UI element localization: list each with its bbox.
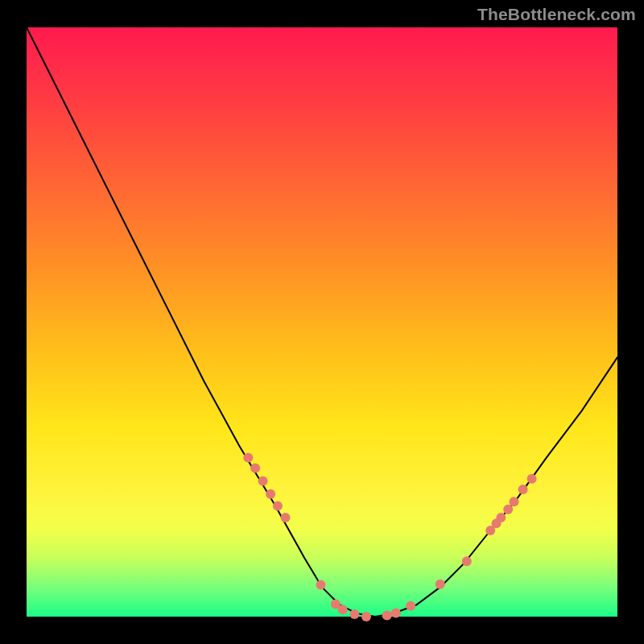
highlight-dot — [527, 474, 537, 484]
highlight-dot — [436, 580, 445, 589]
highlight-dot — [382, 611, 392, 621]
highlight-dot — [349, 609, 359, 619]
watermark-label: TheBottleneck.com — [477, 5, 636, 24]
highlight-dot — [503, 505, 513, 514]
highlight-dot — [266, 489, 275, 499]
plot-area — [27, 27, 617, 617]
highlight-dot — [518, 485, 528, 494]
chart-frame: TheBottleneck.com — [0, 0, 644, 644]
highlight-dot — [316, 580, 326, 590]
highlight-dot — [462, 556, 472, 566]
highlight-dot — [273, 501, 283, 510]
highlight-dot — [250, 464, 260, 473]
highlight-dot — [338, 605, 348, 614]
highlight-dot — [361, 612, 371, 621]
bottleneck-curve — [27, 27, 617, 617]
highlight-dot — [391, 609, 401, 618]
highlight-dot — [281, 513, 291, 522]
highlight-dot — [243, 452, 253, 462]
highlight-dot — [510, 497, 519, 506]
highlight-dots — [243, 452, 536, 621]
highlight-dot — [406, 601, 415, 611]
highlight-dot — [258, 477, 268, 486]
highlight-dot — [496, 513, 506, 522]
curve-layer — [27, 27, 617, 617]
